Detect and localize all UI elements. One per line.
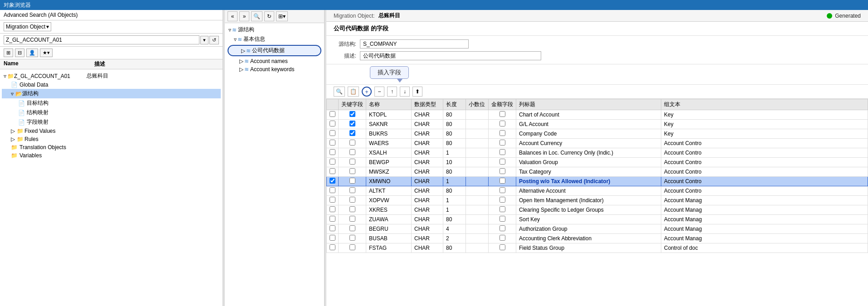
row-checkbox[interactable] xyxy=(330,140,335,146)
row-checkbox[interactable] xyxy=(330,149,335,155)
table-remove-btn[interactable]: − xyxy=(374,87,384,97)
row-checkbox[interactable] xyxy=(330,130,335,136)
mid-copy-btn[interactable]: ⊞▾ xyxy=(276,11,288,21)
table-row[interactable]: KTOPLCHAR80Chart of AccountKey xyxy=(327,110,868,120)
tree-item-mubiao-jiegou[interactable]: 📄 目标结构 xyxy=(2,98,221,108)
search-go-btn[interactable]: ↺ xyxy=(209,36,219,44)
collapse-btn[interactable]: ⊟ xyxy=(15,49,24,57)
mid-tree-account-names[interactable]: ▷ ≋ Account names xyxy=(227,57,322,65)
mid-tree-gongsi[interactable]: ▷ ≋ 公司代码数据 xyxy=(228,45,321,56)
mid-tree-jibenxinxi[interactable]: ▿ ≋ 基本信息 xyxy=(227,34,322,44)
key-field-checkbox[interactable] xyxy=(349,121,355,126)
table-up-btn[interactable]: ↑ xyxy=(387,87,397,97)
key-field-checkbox[interactable] xyxy=(349,244,355,250)
mid-expand-btn[interactable]: » xyxy=(239,11,249,21)
desc-input[interactable] xyxy=(360,51,541,60)
table-row[interactable]: XOPVWCHAR1Open Item Management (Indicato… xyxy=(327,196,868,205)
mid-tree-yuan-jiegou[interactable]: ▿ ≋ 源结构 xyxy=(227,25,322,34)
table-row[interactable]: BEWGPCHAR10Valuation GroupAccount Contro xyxy=(327,158,868,167)
mid-search-btn[interactable]: 🔍 xyxy=(251,11,262,21)
tree-item-yuan-jiegou[interactable]: ▿ 📂 源结构 xyxy=(2,89,221,98)
row-checkbox[interactable] xyxy=(330,111,335,117)
row-checkbox[interactable] xyxy=(330,197,335,203)
tree-item-ziduan-yingshe[interactable]: 📄 字段映射 xyxy=(2,117,221,127)
star-btn[interactable]: ★▾ xyxy=(40,49,53,57)
row-data-type: CHAR xyxy=(412,243,443,253)
table-row[interactable]: BEGRUCHAR4Authorization GroupAccount Man… xyxy=(327,224,868,234)
table-row[interactable]: XKRESCHAR1Clearing Specific to Ledger Gr… xyxy=(327,205,868,215)
amount-field-checkbox[interactable] xyxy=(499,149,505,155)
table-row[interactable]: ZUAWACHAR80Sort KeyAccount Manag xyxy=(327,215,868,224)
amount-field-checkbox[interactable] xyxy=(499,140,505,146)
row-checkbox[interactable] xyxy=(330,244,335,250)
amount-field-checkbox[interactable] xyxy=(499,159,505,165)
key-field-checkbox[interactable] xyxy=(349,130,355,136)
row-field-name: FSTAG xyxy=(366,243,412,253)
key-field-checkbox[interactable] xyxy=(349,140,355,146)
key-field-checkbox[interactable] xyxy=(349,206,355,212)
table-row[interactable]: SAKNRCHAR80G/L AccountKey xyxy=(327,120,868,129)
amount-field-checkbox[interactable] xyxy=(499,121,505,126)
tree-item-global-data[interactable]: 📄 Global Data xyxy=(2,81,221,89)
amount-field-checkbox[interactable] xyxy=(499,178,505,184)
table-row[interactable]: MWSKZCHAR80Tax CategoryAccount Contro xyxy=(327,167,868,177)
expand-btn[interactable]: ⊞ xyxy=(4,49,13,57)
mid-collapse-btn[interactable]: « xyxy=(228,11,238,21)
row-checkbox[interactable] xyxy=(330,159,335,165)
table-row[interactable]: BUSABCHAR2Accounting Clerk AbbreviationA… xyxy=(327,234,868,243)
source-input[interactable] xyxy=(360,39,469,49)
key-field-checkbox[interactable] xyxy=(349,216,355,222)
mid-refresh-btn[interactable]: ↻ xyxy=(264,11,274,21)
table-add-btn[interactable]: + xyxy=(362,87,372,97)
amount-field-checkbox[interactable] xyxy=(499,216,505,222)
table-row[interactable]: WAERSCHAR80Account CurrencyAccount Contr… xyxy=(327,139,868,148)
amount-field-checkbox[interactable] xyxy=(499,197,505,203)
tree-item-variables[interactable]: 📁 Variables xyxy=(2,151,221,160)
amount-field-checkbox[interactable] xyxy=(499,187,505,193)
amount-field-checkbox[interactable] xyxy=(499,244,505,250)
tree-item-rules[interactable]: ▷ 📁 Rules xyxy=(2,135,221,143)
key-field-checkbox[interactable] xyxy=(349,187,355,193)
key-field-checkbox[interactable] xyxy=(349,235,355,241)
table-row[interactable]: XMWNOCHAR1Posting w/o Tax Allowed (Indic… xyxy=(327,177,868,186)
table-down-btn[interactable]: ↓ xyxy=(400,87,410,97)
table-row[interactable]: ALTKTCHAR80Alternative AccountAccount Co… xyxy=(327,186,868,196)
mid-tree-account-keywords[interactable]: ▷ ≋ Account keywords xyxy=(227,65,322,73)
key-field-checkbox[interactable] xyxy=(349,178,355,184)
row-checkbox[interactable] xyxy=(330,178,335,184)
tree-item-jiegou-yingshe[interactable]: 📄 结构映射 xyxy=(2,108,221,117)
dropdown-arrow-btn[interactable]: ▾ xyxy=(200,36,209,44)
row-checkbox[interactable] xyxy=(330,187,335,193)
key-field-checkbox[interactable] xyxy=(349,149,355,155)
table-row[interactable]: FSTAGCHAR80Field Status GroupControl of … xyxy=(327,243,868,253)
key-field-checkbox[interactable] xyxy=(349,111,355,117)
key-field-checkbox[interactable] xyxy=(349,225,355,231)
row-checkbox[interactable] xyxy=(330,168,335,174)
amount-field-checkbox[interactable] xyxy=(499,168,505,174)
person-btn[interactable]: 👤 xyxy=(26,49,38,57)
row-checkbox[interactable] xyxy=(330,225,335,231)
amount-field-checkbox[interactable] xyxy=(499,235,505,241)
tree-item-translation[interactable]: 📁 Translation Objects xyxy=(2,143,221,151)
table-export-btn[interactable]: ⬆ xyxy=(412,87,422,97)
table-row[interactable]: XSALHCHAR1Balances in Loc. Currency Only… xyxy=(327,148,868,158)
row-decimal xyxy=(466,186,489,196)
row-checkbox[interactable] xyxy=(330,206,335,212)
row-checkbox[interactable] xyxy=(330,121,335,126)
amount-field-checkbox[interactable] xyxy=(499,111,505,117)
key-field-checkbox[interactable] xyxy=(349,168,355,174)
migration-object-dropdown[interactable]: Migration Object ▾ xyxy=(4,22,51,31)
table-row[interactable]: BUKRSCHAR80Company CodeKey xyxy=(327,129,868,139)
tree-item-z-gl-account[interactable]: ▿ 📁 Z_GL_ACCOUNT_A01 总账科目 xyxy=(2,71,221,81)
object-search-input[interactable] xyxy=(4,35,199,44)
amount-field-checkbox[interactable] xyxy=(499,206,505,212)
row-checkbox[interactable] xyxy=(330,216,335,222)
amount-field-checkbox[interactable] xyxy=(499,225,505,231)
amount-field-checkbox[interactable] xyxy=(499,130,505,136)
tree-item-fixed-values[interactable]: ▷ 📁 Fixed Values xyxy=(2,127,221,135)
row-checkbox[interactable] xyxy=(330,235,335,241)
table-copy-btn[interactable]: 📋 xyxy=(348,87,359,97)
table-search-btn[interactable]: 🔍 xyxy=(334,87,345,97)
key-field-checkbox[interactable] xyxy=(349,159,355,165)
key-field-checkbox[interactable] xyxy=(349,197,355,203)
